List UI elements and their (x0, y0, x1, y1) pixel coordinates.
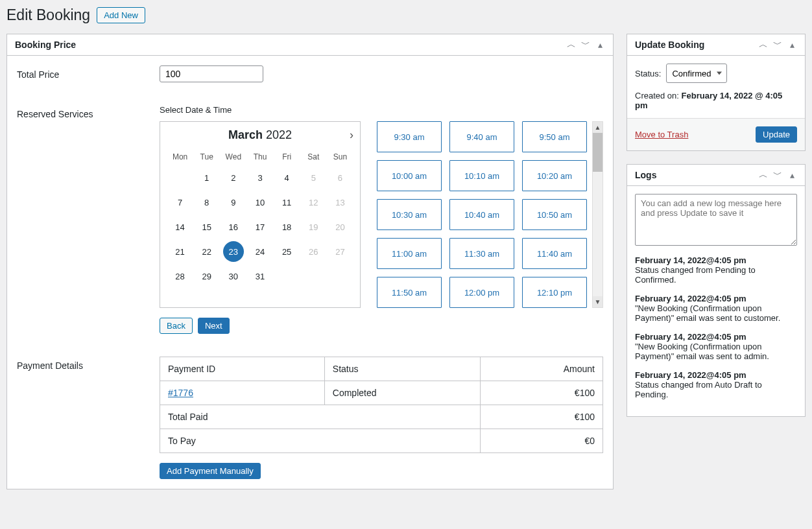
calendar-day: 12 (300, 190, 327, 215)
update-booking-panel: Update Booking Status: Confirmed (627, 34, 806, 151)
panel-toggle-icon[interactable] (787, 40, 797, 50)
calendar-day[interactable]: 14 (167, 215, 193, 239)
to-pay-value: €0 (480, 429, 603, 453)
calendar-day: 20 (327, 215, 353, 239)
calendar-day[interactable]: 11 (274, 190, 300, 215)
created-on-label: Created on: (635, 91, 679, 100)
calendar-day (167, 165, 193, 190)
time-slot[interactable]: 11:50 am (377, 277, 442, 308)
time-slot[interactable]: 9:30 am (377, 121, 442, 152)
timeslots-scrollbar[interactable]: ▲ ▼ (592, 121, 603, 308)
panel-up-icon[interactable] (758, 170, 769, 180)
calendar-day[interactable]: 28 (167, 264, 193, 288)
time-slot[interactable]: 10:40 am (449, 199, 514, 230)
calendar-day[interactable]: 18 (274, 215, 300, 239)
panel-down-icon[interactable] (772, 170, 783, 180)
total-paid-value: €100 (480, 405, 603, 429)
calendar-day[interactable]: 7 (167, 190, 193, 215)
calendar-day[interactable]: 21 (167, 239, 193, 264)
total-paid-label: Total Paid (160, 405, 481, 429)
table-row: #1776Completed€100 (160, 381, 603, 405)
calendar-day[interactable]: 30 (220, 264, 246, 288)
log-message: "New Booking (Confirmation upon Payment)… (635, 303, 797, 323)
add-payment-manually-button[interactable]: Add Payment Manually (160, 463, 261, 479)
calendar-day[interactable]: 1 (193, 165, 220, 190)
time-slot[interactable]: 10:10 am (449, 160, 514, 191)
calendar-title: March 2022 (228, 128, 292, 142)
time-slot[interactable]: 11:30 am (449, 238, 514, 269)
time-slot[interactable]: 10:20 am (522, 160, 587, 191)
time-slot[interactable]: 9:40 am (449, 121, 514, 152)
scroll-up-icon[interactable]: ▲ (593, 122, 603, 133)
calendar-day[interactable]: 24 (246, 239, 273, 264)
col-amount: Amount (480, 357, 603, 381)
calendar-dow: Sun (327, 148, 353, 165)
panel-toggle-icon[interactable] (787, 170, 797, 180)
time-slot[interactable]: 10:50 am (522, 199, 587, 230)
total-price-input[interactable] (160, 65, 263, 82)
log-message: Status changed from Auto Draft to Pendin… (635, 380, 797, 399)
time-slot[interactable]: 10:00 am (377, 160, 442, 191)
update-button[interactable]: Update (756, 126, 797, 143)
time-slot[interactable]: 10:30 am (377, 199, 442, 230)
calendar-day[interactable]: 22 (193, 239, 220, 264)
select-date-time-label: Select Date & Time (160, 105, 603, 115)
page-title: Edit Booking (6, 6, 90, 24)
move-to-trash-link[interactable]: Move to Trash (635, 130, 688, 139)
calendar: March 2022 › MonTueWedThuFriSatSun123456… (160, 121, 361, 308)
calendar-day[interactable]: 29 (193, 264, 220, 288)
col-status: Status (324, 357, 480, 381)
next-button[interactable]: Next (198, 318, 230, 334)
payment-id-link[interactable]: #1776 (168, 388, 193, 398)
calendar-day: 13 (327, 190, 353, 215)
calendar-day[interactable]: 3 (246, 165, 273, 190)
table-row: Total Paid€100 (160, 405, 603, 429)
logs-panel: Logs February 14, 2022@4:05 pmStatus cha… (627, 164, 806, 417)
calendar-day[interactable]: 2 (220, 165, 246, 190)
calendar-day[interactable]: 25 (274, 239, 300, 264)
calendar-dow: Fri (274, 148, 300, 165)
scroll-thumb[interactable] (593, 133, 603, 172)
log-message: Status changed from Pending to Confirmed… (635, 265, 797, 285)
time-slot[interactable]: 11:00 am (377, 238, 442, 269)
time-slot[interactable]: 12:10 pm (522, 277, 587, 308)
reserved-services-label: Reserved Services (17, 105, 147, 334)
calendar-day (274, 264, 300, 288)
calendar-dow: Tue (193, 148, 220, 165)
time-slot[interactable]: 11:40 am (522, 238, 587, 269)
calendar-day[interactable]: 8 (193, 190, 220, 215)
time-slot[interactable]: 12:00 pm (449, 277, 514, 308)
panel-title-logs: Logs (635, 170, 656, 180)
panel-down-icon[interactable] (772, 40, 783, 50)
calendar-next-icon[interactable]: › (350, 128, 353, 142)
log-timestamp: February 14, 2022@4:05 pm (635, 255, 797, 265)
scroll-down-icon[interactable]: ▼ (593, 296, 603, 307)
add-new-button[interactable]: Add New (97, 7, 145, 23)
calendar-day[interactable]: 15 (193, 215, 220, 239)
log-timestamp: February 14, 2022@4:05 pm (635, 332, 797, 342)
status-label: Status: (635, 69, 661, 78)
table-row: To Pay€0 (160, 429, 603, 453)
calendar-day[interactable]: 4 (274, 165, 300, 190)
time-slot[interactable]: 9:50 am (522, 121, 587, 152)
panel-title-update-booking: Update Booking (635, 40, 704, 50)
log-timestamp: February 14, 2022@4:05 pm (635, 294, 797, 303)
log-timestamp: February 14, 2022@4:05 pm (635, 370, 797, 380)
back-button[interactable]: Back (160, 318, 193, 334)
calendar-day[interactable]: 9 (220, 190, 246, 215)
calendar-day[interactable]: 16 (220, 215, 246, 239)
panel-down-icon[interactable] (580, 40, 591, 50)
payment-details-label: Payment Details (17, 357, 147, 479)
panel-toggle-icon[interactable] (595, 40, 605, 50)
panel-up-icon[interactable] (566, 40, 577, 50)
log-message-input[interactable] (635, 194, 797, 246)
log-message: "New Booking (Confirmation upon Payment)… (635, 342, 797, 361)
calendar-day: 26 (300, 239, 327, 264)
panel-up-icon[interactable] (758, 40, 769, 50)
calendar-day[interactable]: 31 (246, 264, 273, 288)
calendar-day[interactable]: 23 (220, 239, 246, 264)
calendar-day[interactable]: 10 (246, 190, 273, 215)
calendar-day[interactable]: 17 (246, 215, 273, 239)
calendar-dow: Wed (220, 148, 246, 165)
status-select[interactable]: Confirmed (666, 64, 727, 83)
